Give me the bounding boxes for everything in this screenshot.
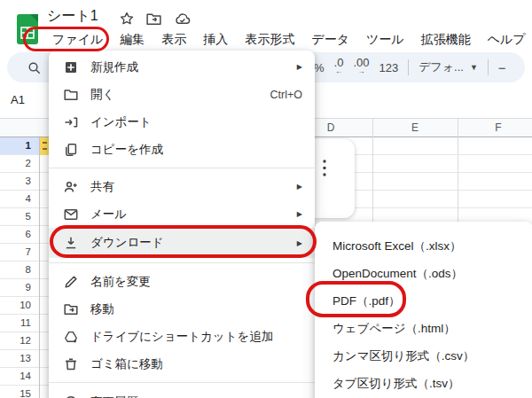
menu-item-share[interactable]: 共有 ▶ — [49, 173, 315, 200]
file-menu: 新規作成 ▶ 開く Ctrl+O インポート コピーを作成 — [49, 51, 315, 398]
menu-insert[interactable]: 挿入 — [200, 32, 231, 48]
column-header-f[interactable]: F — [495, 121, 501, 134]
column-header-e[interactable]: E — [411, 121, 419, 134]
row-header[interactable]: 10 — [0, 297, 39, 315]
menu-help[interactable]: ヘルプ — [485, 32, 528, 48]
kebab-menu-icon — [321, 159, 328, 178]
menu-edit[interactable]: 編集 — [117, 32, 147, 48]
menu-tools[interactable]: ツール — [364, 32, 407, 48]
highlighted-cell-a1[interactable] — [40, 137, 49, 155]
increase-decimal-button[interactable]: .00→ — [353, 59, 369, 76]
submenu-item-ods[interactable]: OpenDocument（.ods） — [315, 260, 532, 287]
row-header[interactable]: 3 — [0, 173, 39, 191]
menu-item-open[interactable]: 開く Ctrl+O — [49, 81, 315, 108]
menu-item-rename[interactable]: 名前を変更 — [49, 268, 315, 295]
more-formats-button[interactable]: 123 — [379, 61, 398, 74]
menu-view[interactable]: 表示 — [159, 32, 189, 48]
row-header[interactable]: 14 — [0, 368, 39, 386]
cloud-check-icon[interactable] — [174, 10, 192, 27]
menu-item-move[interactable]: 移動 — [49, 295, 315, 323]
sheets-logo-icon[interactable] — [16, 13, 39, 45]
submenu-item-tsv[interactable]: タブ区切り形式（.tsv） — [315, 370, 532, 397]
chevron-down-icon: ▼ — [470, 63, 478, 72]
google-sheets-window: D E F 1 2 3 4 5 6 7 8 9 10 11 12 13 14 1… — [0, 0, 532, 398]
row-headers: 1 2 3 4 5 6 7 8 9 10 11 12 13 14 15 — [0, 137, 39, 398]
menu-item-move-to-trash[interactable]: ゴミ箱に移動 — [49, 350, 315, 378]
toolbar-divider — [488, 59, 489, 75]
import-icon — [63, 114, 79, 130]
trash-icon — [63, 356, 79, 372]
toolbar-divider — [408, 59, 409, 75]
new-file-icon — [63, 59, 79, 75]
submenu-arrow-icon: ▶ — [297, 63, 302, 71]
submenu-item-html[interactable]: ウェブページ（.html） — [315, 315, 532, 342]
download-submenu: Microsoft Excel（.xlsx） OpenDocument（.ods… — [315, 222, 532, 398]
menu-separator — [49, 168, 315, 168]
folder-open-icon — [63, 87, 79, 103]
menu-item-add-shortcut-to-drive[interactable]: ドライブにショートカットを追加 — [49, 323, 315, 350]
menu-item-download[interactable]: ダウンロード ▶ — [49, 228, 315, 258]
row-header[interactable]: 12 — [0, 332, 39, 350]
column-header-d[interactable]: D — [327, 121, 335, 134]
row-header[interactable]: 11 — [0, 315, 39, 332]
submenu-item-xlsx[interactable]: Microsoft Excel（.xlsx） — [315, 232, 532, 260]
submenu-item-csv[interactable]: カンマ区切り形式（.csv） — [315, 342, 532, 370]
move-folder-icon[interactable] — [145, 10, 162, 27]
row-header[interactable]: 13 — [0, 350, 39, 368]
document-title[interactable]: シート1 — [47, 7, 98, 26]
star-icon[interactable] — [118, 10, 136, 27]
shortcut-label: Ctrl+O — [270, 89, 302, 101]
history-icon — [63, 394, 79, 398]
copy-icon — [63, 142, 79, 158]
row-header[interactable]: 6 — [0, 226, 39, 244]
submenu-item-pdf[interactable]: PDF（.pdf） — [315, 287, 532, 315]
submenu-arrow-icon: ▶ — [297, 239, 302, 247]
email-icon — [63, 207, 79, 222]
folder-move-icon — [63, 301, 79, 317]
submenu-arrow-icon: ▶ — [297, 183, 302, 191]
pencil-icon — [63, 274, 79, 290]
font-selector[interactable]: デフォ...▼ — [419, 59, 478, 75]
decrease-font-size-button[interactable]: − — [498, 60, 506, 75]
toolbar-controls: % .0← .00→ 123 デフォ...▼ − — [314, 52, 506, 82]
menu-item-new[interactable]: 新規作成 ▶ — [49, 53, 315, 81]
menu-separator — [49, 262, 315, 263]
menu-extensions[interactable]: 拡張機能 — [419, 32, 473, 48]
menu-file[interactable]: ファイル — [50, 32, 106, 48]
row-header[interactable]: 9 — [0, 279, 39, 297]
name-box[interactable]: A1 — [11, 93, 25, 106]
drive-shortcut-icon — [63, 329, 79, 345]
row-header[interactable]: 5 — [0, 208, 39, 226]
row-header[interactable]: 8 — [0, 261, 39, 279]
menu-item-version-history[interactable]: 変更履歴 — [49, 388, 315, 398]
row-header[interactable]: 15 — [0, 386, 39, 398]
row-header[interactable]: 1 — [0, 137, 39, 155]
row-header[interactable]: 4 — [0, 191, 39, 208]
menu-bar: ファイル 編集 表示 挿入 表示形式 データ ツール 拡張機能 ヘルプ — [50, 29, 528, 51]
menu-item-import[interactable]: インポート — [49, 108, 315, 136]
menu-item-email[interactable]: メール ▶ — [49, 200, 315, 228]
menu-item-make-copy[interactable]: コピーを作成 — [49, 136, 315, 163]
menu-data[interactable]: データ — [309, 32, 352, 48]
decrease-decimal-button[interactable]: .0← — [334, 59, 344, 76]
submenu-arrow-icon: ▶ — [297, 210, 302, 218]
search-icon[interactable] — [27, 60, 42, 75]
menu-separator — [49, 382, 315, 383]
menu-format[interactable]: 表示形式 — [242, 32, 297, 48]
row-header[interactable]: 7 — [0, 244, 39, 261]
row-header[interactable]: 2 — [0, 155, 39, 173]
person-add-icon — [63, 179, 79, 195]
percent-format-button[interactable]: % — [314, 61, 325, 74]
download-icon — [63, 235, 79, 251]
